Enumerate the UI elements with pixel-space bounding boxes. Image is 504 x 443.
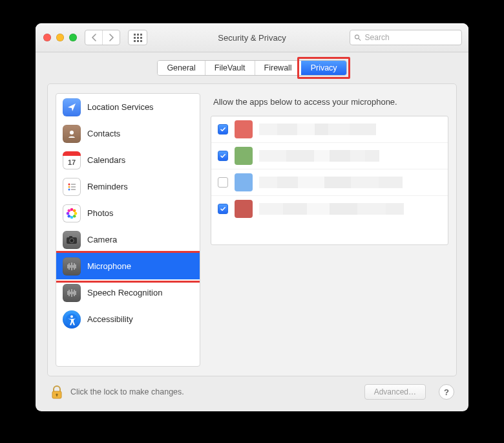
svg-point-5 bbox=[68, 186, 70, 188]
location-arrow-icon bbox=[63, 98, 81, 116]
calendar-icon: 17 bbox=[63, 151, 81, 169]
svg-point-15 bbox=[68, 214, 71, 217]
app-permission-checkbox[interactable] bbox=[218, 177, 228, 188]
svg-line-1 bbox=[359, 39, 361, 41]
sidebar-item-photos[interactable]: Photos bbox=[56, 200, 200, 226]
tabs-segmented-control: GeneralFileVaultFirewallPrivacy bbox=[157, 60, 346, 76]
app-permission-checkbox[interactable] bbox=[218, 204, 228, 214]
lock-button[interactable] bbox=[50, 384, 64, 400]
titlebar: Security & Privacy bbox=[36, 23, 468, 52]
reminders-icon bbox=[63, 178, 81, 196]
sidebar-item-label: Photos bbox=[87, 208, 113, 218]
chevron-right-icon bbox=[109, 34, 114, 41]
svg-point-12 bbox=[74, 211, 78, 215]
app-icon bbox=[235, 120, 253, 138]
nav-forward-button[interactable] bbox=[102, 30, 120, 45]
svg-point-14 bbox=[70, 215, 74, 219]
sidebar-item-label: Location Services bbox=[87, 102, 154, 112]
tab-firewall[interactable]: Firewall bbox=[255, 61, 301, 75]
zoom-window[interactable] bbox=[69, 34, 77, 41]
tab-general[interactable]: General bbox=[158, 61, 204, 75]
footer: Click the lock to make changes. Advanced… bbox=[36, 376, 468, 411]
app-name-redacted bbox=[259, 203, 441, 215]
app-icon bbox=[235, 200, 253, 218]
app-row bbox=[211, 116, 448, 142]
app-row bbox=[211, 169, 448, 195]
minimize-window[interactable] bbox=[56, 34, 64, 41]
app-row bbox=[211, 142, 448, 169]
sidebar-item-contacts[interactable]: Contacts bbox=[56, 120, 200, 147]
tabs-bar: GeneralFileVaultFirewallPrivacy bbox=[36, 52, 468, 76]
tab-filevault[interactable]: FileVault bbox=[205, 61, 255, 75]
detail-pane: Allow the apps below to access your micr… bbox=[211, 93, 448, 367]
window-controls bbox=[43, 34, 77, 41]
app-permission-checkbox[interactable] bbox=[218, 151, 228, 161]
show-all-button[interactable] bbox=[128, 30, 147, 45]
sidebar-item-label: Accessibility bbox=[87, 314, 133, 324]
sidebar-item-label: Speech Recognition bbox=[87, 288, 162, 297]
check-icon bbox=[220, 126, 226, 133]
sidebar-item-label: Calendars bbox=[87, 155, 125, 165]
speech-icon bbox=[63, 284, 81, 302]
sidebar-item-speech-recognition[interactable]: Speech Recognition bbox=[56, 279, 200, 306]
search-icon bbox=[354, 34, 361, 41]
search-input[interactable] bbox=[364, 32, 457, 43]
sidebar-item-accessibility[interactable]: Accessibility bbox=[56, 306, 200, 332]
sidebar-item-label: Contacts bbox=[87, 129, 120, 138]
contacts-icon bbox=[63, 125, 81, 143]
lock-icon bbox=[50, 385, 63, 400]
svg-rect-6 bbox=[71, 186, 76, 188]
sidebar-item-microphone[interactable]: Microphone bbox=[56, 253, 200, 279]
svg-point-20 bbox=[70, 238, 74, 242]
app-row bbox=[211, 195, 448, 222]
detail-header: Allow the apps below to access your micr… bbox=[211, 93, 448, 116]
close-window[interactable] bbox=[43, 34, 51, 41]
check-icon bbox=[220, 206, 226, 212]
privacy-category-list: Location ServicesContacts17CalendarsRemi… bbox=[56, 93, 200, 367]
advanced-button[interactable]: Advanced… bbox=[364, 384, 426, 400]
tab-privacy[interactable]: Privacy bbox=[301, 61, 346, 75]
svg-point-13 bbox=[73, 214, 76, 217]
lock-hint-text: Click the lock to make changes. bbox=[70, 387, 184, 396]
svg-rect-4 bbox=[71, 184, 76, 185]
app-name-redacted bbox=[259, 177, 441, 188]
photos-icon bbox=[63, 204, 81, 222]
app-icon bbox=[235, 173, 253, 191]
svg-point-40 bbox=[70, 315, 73, 318]
content-panel: Location ServicesContacts17CalendarsRemi… bbox=[47, 83, 457, 376]
app-permission-checkbox[interactable] bbox=[218, 124, 228, 135]
sidebar-item-label: Microphone bbox=[87, 261, 131, 271]
nav-back-forward bbox=[85, 30, 120, 45]
svg-rect-43 bbox=[56, 394, 58, 396]
sidebar-item-label: Reminders bbox=[87, 182, 128, 191]
sidebar-item-label: Camera bbox=[87, 235, 117, 244]
preferences-window: Security & Privacy GeneralFileVaultFirew… bbox=[36, 23, 468, 411]
svg-rect-8 bbox=[71, 189, 76, 190]
app-name-redacted bbox=[259, 150, 441, 162]
chevron-left-icon bbox=[91, 34, 97, 41]
app-permissions-list bbox=[211, 116, 448, 245]
svg-point-3 bbox=[68, 183, 70, 185]
sidebar-item-location-services[interactable]: Location Services bbox=[56, 94, 200, 120]
svg-point-9 bbox=[70, 211, 74, 215]
microphone-icon bbox=[63, 257, 81, 276]
search-field[interactable] bbox=[350, 30, 462, 45]
sidebar-item-reminders[interactable]: Reminders bbox=[56, 173, 200, 200]
grid-icon bbox=[134, 34, 142, 42]
svg-point-11 bbox=[73, 209, 76, 212]
accessibility-icon bbox=[63, 310, 81, 329]
check-icon bbox=[220, 153, 226, 159]
sidebar-item-camera[interactable]: Camera bbox=[56, 226, 200, 253]
sidebar-item-calendars[interactable]: 17Calendars bbox=[56, 147, 200, 173]
svg-rect-19 bbox=[69, 236, 72, 238]
svg-point-17 bbox=[68, 209, 71, 212]
help-button[interactable]: ? bbox=[439, 384, 454, 400]
svg-point-2 bbox=[70, 131, 74, 135]
camera-icon bbox=[63, 231, 81, 249]
svg-point-16 bbox=[67, 211, 70, 215]
app-name-redacted bbox=[259, 124, 441, 135]
svg-point-7 bbox=[68, 188, 70, 190]
nav-back-button[interactable] bbox=[85, 30, 102, 45]
app-icon bbox=[235, 147, 253, 165]
svg-point-10 bbox=[70, 208, 74, 211]
